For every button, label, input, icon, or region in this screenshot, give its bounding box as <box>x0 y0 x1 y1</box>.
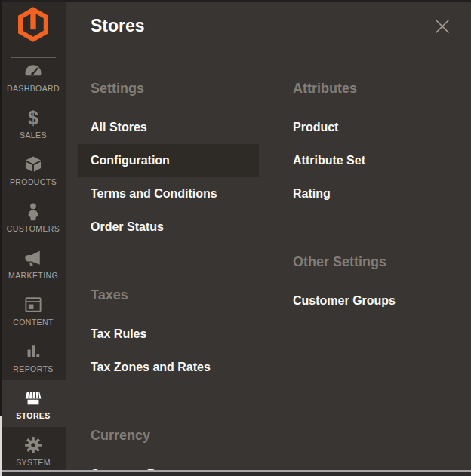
sidebar-item-label: MARKETING <box>8 271 58 280</box>
sidebar-item-label: CUSTOMERS <box>7 224 60 233</box>
menu-item-all-stores[interactable]: All Stores <box>78 111 259 144</box>
menu-item-customer-groups[interactable]: Customer Groups <box>280 284 461 318</box>
box-icon <box>23 154 44 175</box>
sidebar-item-customers[interactable]: CUSTOMERS <box>0 193 66 240</box>
menu-item-attribute-set[interactable]: Attribute Set <box>280 144 461 177</box>
menu-item-rating[interactable]: Rating <box>280 177 461 210</box>
sidebar-item-label: STORES <box>16 411 50 420</box>
section-heading: Other Settings <box>280 245 461 278</box>
sidebar-item-dashboard[interactable]: DASHBOARD <box>0 53 66 100</box>
menu-item-configuration[interactable]: Configuration <box>78 144 259 177</box>
sidebar: DASHBOARD $ SALES PRODUCTS CUSTOMERS <box>0 0 66 476</box>
sidebar-item-label: SYSTEM <box>16 458 51 467</box>
sidebar-item-content[interactable]: CONTENT <box>0 287 66 333</box>
sidebar-item-marketing[interactable]: MARKETING <box>0 240 66 287</box>
close-icon[interactable] <box>434 18 451 35</box>
flyout-title: Stores <box>91 16 145 36</box>
top-edge <box>0 0 471 2</box>
flyout-column-left: Settings All Stores Configuration Terms … <box>78 72 259 476</box>
sidebar-item-label: CONTENT <box>13 318 54 327</box>
stores-flyout-menu: Stores Settings All Stores Configuration… <box>66 0 471 476</box>
section-taxes: Taxes Tax Rules Tax Zones and Rates <box>78 278 259 384</box>
sidebar-item-products[interactable]: PRODUCTS <box>0 146 66 193</box>
section-settings: Settings All Stores Configuration Terms … <box>78 72 259 244</box>
sidebar-item-system[interactable]: SYSTEM <box>0 427 66 474</box>
magento-logo[interactable] <box>18 7 48 42</box>
sidebar-item-label: SALES <box>20 131 47 140</box>
gear-icon <box>23 435 44 456</box>
section-heading: Currency <box>78 419 259 452</box>
layout-icon <box>23 294 44 315</box>
storefront-icon <box>23 388 44 409</box>
left-edge-page-sliver <box>0 416 2 476</box>
gauge-icon <box>23 60 44 81</box>
sidebar-item-label: REPORTS <box>13 364 53 373</box>
menu-item-terms-and-conditions[interactable]: Terms and Conditions <box>78 177 259 210</box>
menu-item-order-status[interactable]: Order Status <box>78 210 259 244</box>
magento-admin-stores-menu: DASHBOARD $ SALES PRODUCTS CUSTOMERS <box>0 0 471 476</box>
flyout-column-right: Attributes Product Attribute Set Rating … <box>280 72 461 352</box>
section-currency: Currency Currency Rates <box>78 419 259 476</box>
sidebar-item-label: DASHBOARD <box>7 84 60 93</box>
section-attributes: Attributes Product Attribute Set Rating <box>280 72 461 210</box>
bar-chart-icon <box>23 341 44 362</box>
sidebar-nav: DASHBOARD $ SALES PRODUCTS CUSTOMERS <box>0 53 66 474</box>
section-heading: Taxes <box>78 278 259 312</box>
sidebar-item-stores[interactable]: STORES <box>0 380 66 427</box>
bottom-edge <box>0 472 471 476</box>
menu-item-tax-zones-and-rates[interactable]: Tax Zones and Rates <box>78 351 259 384</box>
person-icon <box>23 201 44 222</box>
sidebar-item-reports[interactable]: REPORTS <box>0 333 66 380</box>
magento-logo-icon <box>18 7 48 42</box>
sidebar-item-sales[interactable]: $ SALES <box>0 100 66 146</box>
dollar-icon: $ <box>23 107 44 128</box>
section-heading: Attributes <box>280 72 461 105</box>
left-edge <box>0 0 2 416</box>
section-heading: Settings <box>78 72 259 105</box>
section-other-settings: Other Settings Customer Groups <box>280 245 461 318</box>
menu-item-tax-rules[interactable]: Tax Rules <box>78 318 259 351</box>
sidebar-item-label: PRODUCTS <box>10 177 57 186</box>
menu-item-product[interactable]: Product <box>280 111 461 144</box>
megaphone-icon <box>23 247 44 269</box>
